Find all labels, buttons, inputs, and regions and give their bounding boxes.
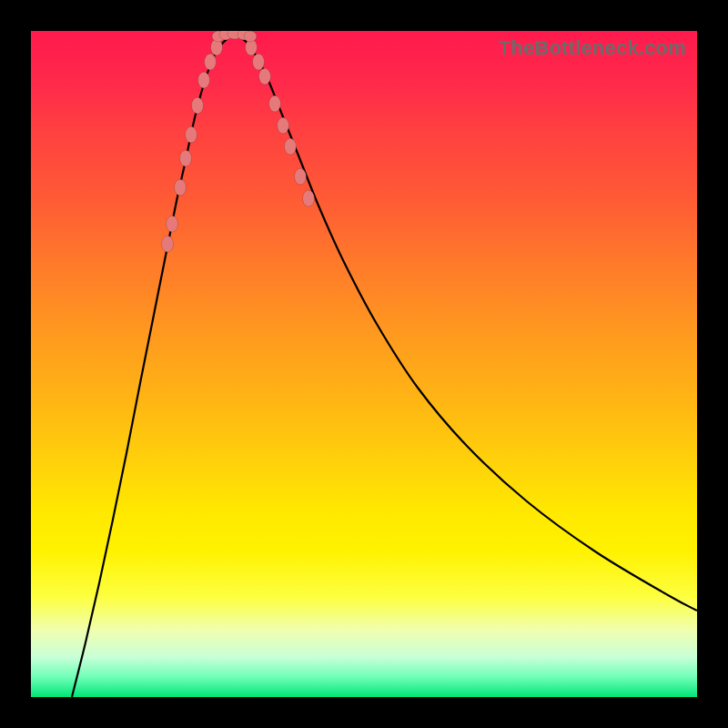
data-marker (198, 72, 210, 88)
data-marker (175, 179, 187, 196)
markers-bottom-cluster (212, 31, 257, 42)
right-curve-path (235, 35, 697, 611)
data-marker (285, 138, 297, 155)
data-marker (205, 54, 217, 70)
data-marker (244, 31, 257, 42)
data-marker (253, 54, 265, 70)
left-curve-path (72, 35, 235, 697)
data-marker (162, 236, 174, 252)
data-marker (180, 150, 192, 167)
data-marker (303, 190, 315, 207)
data-marker (278, 117, 289, 134)
markers-left-branch (162, 39, 223, 252)
chart-svg (31, 31, 697, 697)
data-marker (269, 96, 281, 112)
data-marker (192, 97, 204, 114)
data-marker (259, 68, 271, 85)
data-marker (167, 216, 178, 232)
plot-area: TheBottleneck.com (31, 31, 697, 697)
data-marker (186, 126, 197, 143)
data-marker (295, 168, 307, 185)
outer-frame: TheBottleneck.com (0, 0, 728, 728)
markers-right-branch (246, 39, 315, 207)
